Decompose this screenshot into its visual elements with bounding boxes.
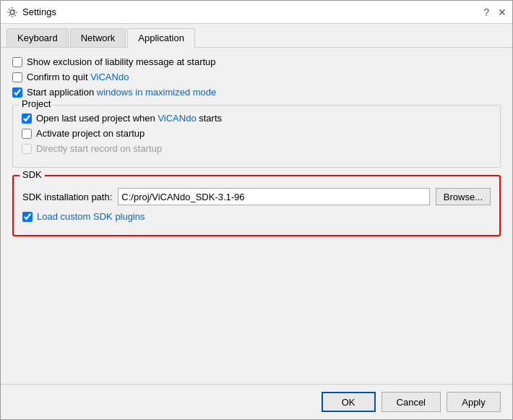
open-last-project-label: Open last used project when ViCANdo star… <box>36 113 222 124</box>
load-custom-plugins-row: Load custom SDK plugins <box>22 211 491 222</box>
directly-start-label: Directly start record on startup <box>36 143 162 154</box>
ok-button[interactable]: OK <box>322 392 376 412</box>
directly-start-checkbox <box>22 144 32 154</box>
title-bar: Settings ? ✕ <box>1 1 512 24</box>
directly-start-row: Directly start record on startup <box>22 143 491 154</box>
project-group: Project Open last used project when ViCA… <box>12 105 501 168</box>
open-last-project-highlight: ViCANdo <box>158 113 196 124</box>
help-button[interactable]: ? <box>483 7 489 18</box>
open-last-project-checkbox[interactable] <box>22 113 32 124</box>
start-maximized-checkbox[interactable] <box>12 87 22 98</box>
sdk-path-row: SDK installation path: Browse... <box>22 188 491 205</box>
confirm-quit-label: Confirm to quit ViCANdo <box>27 72 129 82</box>
maximized-label-highlight: windows in maximized mode <box>97 87 216 98</box>
show-exclusion-checkbox[interactable] <box>12 57 22 67</box>
tab-keyboard[interactable]: Keyboard <box>7 28 69 47</box>
open-last-project-row: Open last used project when ViCANdo star… <box>22 113 491 124</box>
sdk-group-title: SDK <box>20 169 45 180</box>
browse-button[interactable]: Browse... <box>436 188 491 205</box>
activate-project-label: Activate project on startup <box>36 128 145 139</box>
tab-application[interactable]: Application <box>127 28 195 48</box>
tab-network[interactable]: Network <box>70 28 126 47</box>
confirm-quit-label-before: Confirm to quit <box>27 72 90 82</box>
settings-window: Settings ? ✕ Keyboard Network Applicatio… <box>0 0 513 420</box>
window-title: Settings <box>22 7 56 17</box>
cancel-button[interactable]: Cancel <box>381 392 441 412</box>
confirm-quit-checkbox[interactable] <box>12 72 22 82</box>
sdk-path-input[interactable] <box>118 188 430 205</box>
sdk-group: SDK SDK installation path: Browse... Loa… <box>12 175 501 236</box>
start-maximized-label: Start application windows in maximized m… <box>27 87 216 98</box>
activate-project-checkbox[interactable] <box>22 129 32 139</box>
close-button[interactable]: ✕ <box>498 7 506 18</box>
show-exclusion-label: Show exclusion of liability message at s… <box>27 56 216 67</box>
checkbox-row-3: Start application windows in maximized m… <box>12 87 501 98</box>
apply-button[interactable]: Apply <box>447 392 501 412</box>
sdk-path-label: SDK installation path: <box>22 192 112 202</box>
load-custom-plugins-label: Load custom SDK plugins <box>37 211 145 222</box>
confirm-quit-label-highlight: ViCANdo <box>90 72 129 82</box>
tab-bar: Keyboard Network Application <box>1 24 512 48</box>
checkbox-row-2: Confirm to quit ViCANdo <box>12 72 501 82</box>
settings-icon <box>7 7 18 18</box>
footer: OK Cancel Apply <box>1 384 512 419</box>
load-custom-plugins-label-text: Load custom SDK plugins <box>37 211 145 222</box>
activate-project-row: Activate project on startup <box>22 128 491 139</box>
project-group-title: Project <box>19 98 53 109</box>
svg-point-0 <box>10 10 14 14</box>
title-bar-left: Settings <box>7 7 56 18</box>
checkbox-row-1: Show exclusion of liability message at s… <box>12 56 501 67</box>
title-bar-controls: ? ✕ <box>483 7 506 18</box>
load-custom-plugins-checkbox[interactable] <box>22 212 33 222</box>
content-area: Show exclusion of liability message at s… <box>1 48 512 384</box>
